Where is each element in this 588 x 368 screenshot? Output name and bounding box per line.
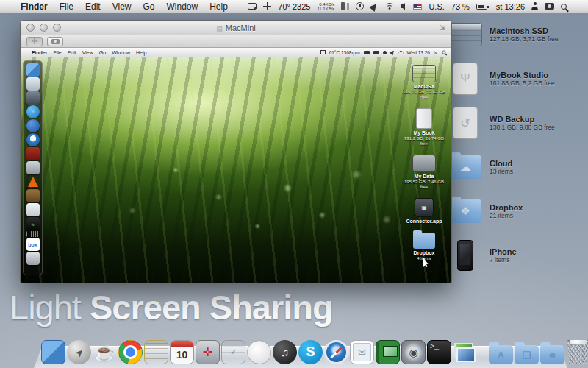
dock-terminal-glyph: >_ <box>430 343 439 351</box>
mini-itunes-icon[interactable]: ♫ <box>26 105 40 118</box>
mini-browser-icon[interactable] <box>26 119 40 132</box>
input-source-label[interactable]: U.S. <box>429 2 444 11</box>
menu-item-view[interactable]: View <box>112 1 132 12</box>
input-flag-icon[interactable] <box>413 4 422 10</box>
menubar-clock[interactable]: st 13:26 <box>496 2 525 11</box>
volume-icon[interactable] <box>401 4 404 8</box>
desktop-icon-dropbox[interactable]: ❖Dropbox21 items <box>448 194 559 228</box>
remote-icon-my-book[interactable]: My Book931,2 GB, 26,74 GB free <box>400 108 448 146</box>
dock-espresso[interactable]: ☕ <box>93 340 117 364</box>
screenshot-button[interactable] <box>47 37 63 46</box>
menu-item-edit[interactable]: Edit <box>68 50 76 55</box>
dock-stickies[interactable] <box>144 340 168 364</box>
dock-mail[interactable]: ✉ <box>350 340 374 364</box>
mini-finder-icon[interactable] <box>26 63 40 77</box>
window-titlebar[interactable]: MacMini ⇲ <box>21 21 451 35</box>
time-machine-icon[interactable] <box>356 2 364 10</box>
remote-tv-label[interactable]: tv <box>434 50 437 55</box>
dock-folder-users[interactable]: ☻ <box>540 345 564 364</box>
dock-terminal[interactable]: >_ <box>427 340 451 364</box>
menu-item-help[interactable]: Help <box>209 1 228 12</box>
mini-activity-monitor-icon[interactable]: ∿ <box>26 217 40 230</box>
mini-trash-icon[interactable] <box>26 252 40 265</box>
network-speed-status[interactable]: 0.4KB/s 11.1KB/s <box>317 2 334 11</box>
battery-icon[interactable] <box>476 4 487 10</box>
folder-cloud-glyph: ☁ <box>449 155 481 179</box>
dock-trash[interactable] <box>566 340 588 364</box>
remote-clock[interactable]: Wed 13:26 <box>407 50 430 55</box>
dock-itunes[interactable]: ♫ <box>273 340 297 364</box>
menu-item-go[interactable]: Go <box>99 50 106 55</box>
remote-icon-my-data[interactable]: My Data195,52 GB, 7,46 GB free <box>400 155 448 190</box>
remote-icon-macosx[interactable]: MacOSX319,73 GB, 73,62 GB free <box>400 65 448 100</box>
mini-vlc-icon[interactable] <box>26 175 40 188</box>
menu-item-window[interactable]: Window <box>112 50 130 55</box>
remote-window-status-icon[interactable] <box>320 50 326 54</box>
camera-status-icon[interactable] <box>545 3 554 10</box>
dock-safari[interactable] <box>324 340 348 364</box>
remote-location-icon[interactable] <box>389 49 395 55</box>
menu-item-finder[interactable]: Finder <box>21 1 48 12</box>
menu-item-window[interactable]: Window <box>167 1 198 12</box>
desktop-icon-cloud[interactable]: ☁Cloud13 items <box>448 150 559 184</box>
temperature-status[interactable]: 70° 2325 <box>278 2 310 11</box>
dock-finder[interactable] <box>41 340 65 364</box>
mini-printer-icon[interactable] <box>26 161 40 174</box>
mini-box-icon[interactable]: box <box>26 238 40 251</box>
remote-icon-name: My Data <box>415 174 434 180</box>
dock-chrome[interactable] <box>118 340 143 364</box>
iphone-glyph <box>457 240 473 271</box>
dock-folder-applications[interactable]: A <box>489 345 513 364</box>
dock-calendar[interactable]: 10 <box>170 340 194 364</box>
remote-display2-icon[interactable] <box>373 51 379 54</box>
menu-item-go[interactable]: Go <box>143 1 155 12</box>
dock-tasks[interactable]: ✓ <box>221 340 245 364</box>
mini-toolbox-icon[interactable] <box>26 189 40 202</box>
menu-item-help[interactable]: Help <box>136 50 146 55</box>
internal-drive-glyph <box>448 23 482 46</box>
notification-center-icon[interactable] <box>573 3 582 10</box>
menu-item-file[interactable]: File <box>53 50 61 55</box>
scale-screen-button[interactable] <box>26 37 43 46</box>
dock-folder-documents[interactable]: ❏ <box>514 345 539 364</box>
remote-display-icon[interactable] <box>364 51 370 54</box>
remote-menubar[interactable]: FinderFileEditViewGoWindowHelp 61°C 1368… <box>21 48 451 57</box>
menu-item-view[interactable]: View <box>82 50 93 55</box>
dock-launcher[interactable]: ➤ <box>67 340 91 364</box>
mini-dock-separator[interactable] <box>26 231 40 237</box>
device-battery-icons[interactable] <box>341 2 345 10</box>
remote-temp-status[interactable]: 61°C 1368rpm <box>329 50 360 55</box>
remote-spotlight-icon[interactable] <box>442 51 446 54</box>
mini-displays-icon[interactable] <box>26 91 40 105</box>
desktop-icon-macintosh-ssd[interactable]: Macintosh SSD127,18 GB, 3,71 GB free <box>448 18 559 52</box>
remote-icon-connector-app[interactable]: ▣Connector.app <box>400 198 448 224</box>
dock-archive-tool[interactable]: ✛ <box>196 340 220 364</box>
mini-safari-icon[interactable] <box>26 133 40 146</box>
menu-item-finder[interactable]: Finder <box>32 50 47 55</box>
dock-screen-sharing[interactable] <box>453 340 477 364</box>
remote-clock-icon[interactable] <box>383 51 387 54</box>
remote-wifi-icon[interactable] <box>398 51 404 54</box>
dock-skype[interactable]: S <box>298 340 323 364</box>
menu-item-edit[interactable]: Edit <box>85 1 101 12</box>
menu-item-file[interactable]: File <box>60 1 74 12</box>
wifi-icon[interactable] <box>384 3 394 10</box>
screen-sharing-viewport[interactable]: ♫∿box MacOSX319,73 GB, 73,62 GB freeMy B… <box>21 57 451 283</box>
battery-percent[interactable]: 73 % <box>451 2 470 11</box>
spotlight-icon[interactable] <box>561 4 567 10</box>
location-arrow-icon[interactable] <box>369 1 379 11</box>
mini-preview-icon[interactable] <box>26 77 40 91</box>
dock-disk-utility[interactable]: ◉ <box>401 340 426 364</box>
icon-label: MyBook Studio161,88 GB, 5,2 GB free <box>490 71 555 87</box>
desktop-icon-mybook-studio[interactable]: ΨMyBook Studio161,88 GB, 5,2 GB free <box>448 62 559 96</box>
remote-icon-dropbox[interactable]: Dropbox4 items <box>400 233 448 261</box>
desktop-icon-wd-backup[interactable]: ↺WD Backup138,1 GB, 9,88 GB free <box>448 106 559 140</box>
screen-sharing-status-icon[interactable] <box>248 3 257 10</box>
sync-status-icon[interactable] <box>263 2 271 10</box>
mini-ipod-icon[interactable] <box>26 203 40 216</box>
dock-messages[interactable] <box>247 340 271 364</box>
mini-frontrow-icon[interactable] <box>26 147 40 160</box>
fast-user-switch-icon[interactable] <box>531 2 538 10</box>
dock-notebook[interactable] <box>376 340 400 364</box>
desktop-icon-iphone[interactable]: iPhone7 items <box>448 238 559 272</box>
